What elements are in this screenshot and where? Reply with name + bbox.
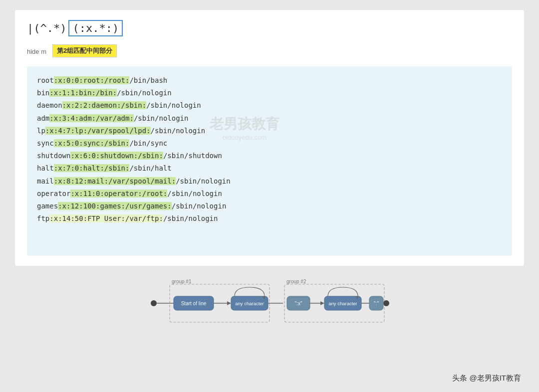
result-line: lp:x:4:7:lp:/var/spool/lpd:/sbin/nologin	[37, 125, 502, 137]
results-area: root:x:0:0:root:/root:/bin/bashbin:x:1:1…	[27, 66, 512, 256]
result-line: root:x:0:0:root:/root:/bin/bash	[37, 74, 502, 87]
group1-label: group #1	[172, 279, 192, 284]
result-line: operator:x:11:0:operator:/root:/sbin/nol…	[37, 188, 502, 200]
start-dot	[151, 300, 157, 306]
tooltip-label: 第2组匹配中间部分	[52, 44, 117, 57]
hide-matches-label: hide m	[27, 48, 46, 55]
start-of-line-label: Start of line	[181, 301, 207, 306]
footer-text: 头条 @老男孩IT教育	[452, 374, 521, 382]
result-line: halt:x:7:0:halt:/sbin:/sbin/halt	[37, 162, 502, 175]
end-dot	[383, 300, 389, 306]
colon-end-label: ":"	[374, 301, 379, 306]
regex-part1: |(^.*)	[27, 22, 66, 34]
regex-display: |(^.*) (:x.*:)	[27, 20, 512, 36]
result-line: mail:x:8:12:mail:/var/spool/mail:/sbin/n…	[37, 175, 502, 188]
regex-part2-highlighted: (:x.*:)	[68, 20, 123, 36]
result-line: adm:x:3:4:adm:/var/adm:/sbin/nologin	[37, 112, 502, 125]
result-line: games:x:12:100:games:/usr/games:/sbin/no…	[37, 200, 502, 212]
any-char-2-label: any character	[328, 301, 357, 306]
result-line: shutdown:x:6:0:shutdown:/sbin:/sbin/shut…	[37, 150, 502, 162]
diagram-container: group #1 group #2 Start of line any char…	[140, 276, 399, 331]
group2-label: group #2	[286, 279, 306, 284]
svg-marker-5	[227, 301, 231, 305]
diagram-section: group #1 group #2 Start of line any char…	[15, 276, 524, 331]
colon-x-label: ":x"	[295, 301, 302, 306]
result-line: ftp:x:14:50:FTP User:/var/ftp:/sbin/nolo…	[37, 212, 502, 225]
svg-marker-11	[320, 301, 324, 305]
result-line: daemon:x:2:2:daemon:/sbin:/sbin/nologin	[37, 99, 502, 112]
footer: 头条 @老男孩IT教育	[452, 374, 521, 383]
any-char-1-label: any character	[235, 301, 264, 306]
regex-diagram: group #1 group #2 Start of line any char…	[140, 276, 399, 331]
result-line: bin:x:1:1:bin:/bin:/sbin/nologin	[37, 87, 502, 99]
result-line: sync:x:5:0:sync:/sbin:/bin/sync	[37, 137, 502, 150]
main-panel: |(^.*) (:x.*:) hide m 第2组匹配中间部分 root:x:0…	[15, 10, 524, 266]
